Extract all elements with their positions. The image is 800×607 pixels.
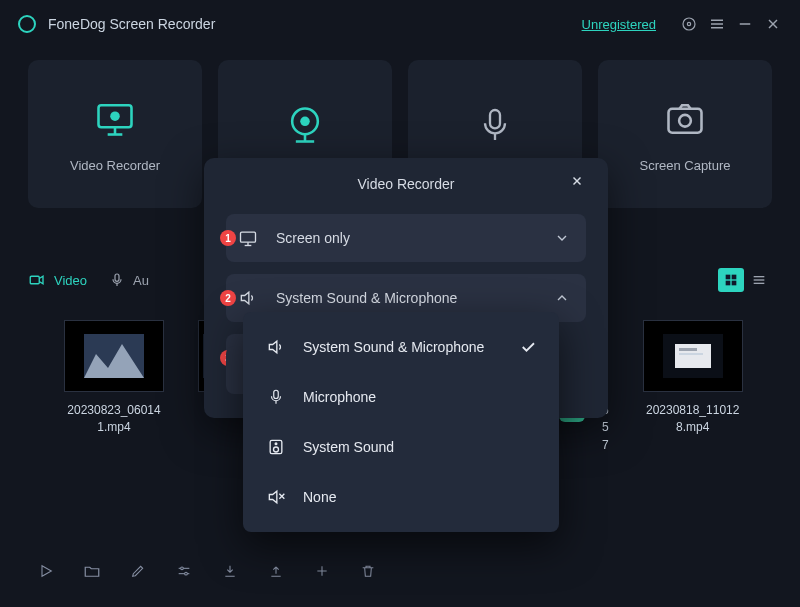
svg-rect-24 <box>732 281 737 286</box>
tab-video[interactable]: Video <box>28 271 87 289</box>
app-logo-icon <box>18 15 36 33</box>
thumbnail <box>643 320 743 392</box>
row-screen-source[interactable]: 1 Screen only <box>226 214 586 262</box>
svg-rect-19 <box>115 274 119 281</box>
svg-rect-23 <box>726 281 731 286</box>
close-icon[interactable] <box>764 15 782 33</box>
monitor-icon <box>236 226 260 250</box>
svg-rect-42 <box>241 232 256 242</box>
svg-rect-14 <box>490 110 500 128</box>
check-icon <box>519 338 537 356</box>
microphone-icon <box>475 105 515 145</box>
tab-audio[interactable]: Au <box>109 272 149 288</box>
svg-rect-16 <box>669 108 702 132</box>
mute-icon <box>265 487 287 507</box>
grid-view-icon[interactable] <box>718 268 744 292</box>
svg-point-53 <box>274 447 279 452</box>
speaker-icon <box>265 437 287 457</box>
list-view-icon[interactable] <box>746 268 772 292</box>
file-name: 20230823_060141.mp4 <box>64 402 164 437</box>
menu-icon[interactable] <box>708 15 726 33</box>
file-name: 20230818_110128.mp4 <box>643 402 743 437</box>
option-microphone[interactable]: Microphone <box>243 372 559 422</box>
svg-point-0 <box>683 18 695 30</box>
audio-source-dropdown: System Sound & Microphone Microphone Sys… <box>243 312 559 532</box>
webcam-icon <box>283 103 327 147</box>
settings-icon[interactable] <box>174 561 194 581</box>
option-label: Microphone <box>303 389 537 405</box>
tile-screen-capture[interactable]: Screen Capture <box>598 60 772 208</box>
title-bar: FoneDog Screen Recorder Unregistered <box>0 0 800 48</box>
svg-point-13 <box>300 117 310 127</box>
step-badge: 2 <box>220 290 236 306</box>
option-label: System Sound & Microphone <box>303 339 503 355</box>
svg-point-1 <box>687 22 690 25</box>
svg-rect-33 <box>679 348 697 351</box>
tile-video-recorder[interactable]: Video Recorder <box>28 60 202 208</box>
option-label: None <box>303 489 537 505</box>
tile-label: Screen Capture <box>639 158 730 173</box>
option-none[interactable]: None <box>243 472 559 522</box>
option-label: System Sound <box>303 439 537 455</box>
svg-point-11 <box>110 111 120 121</box>
tile-label: Video Recorder <box>70 158 160 173</box>
svg-point-39 <box>185 572 188 575</box>
chevron-down-icon <box>554 230 570 246</box>
row-label: Screen only <box>276 230 554 246</box>
minimize-icon[interactable] <box>736 15 754 33</box>
camera-video-icon <box>28 271 46 289</box>
svg-point-38 <box>181 567 184 570</box>
edit-icon[interactable] <box>128 561 148 581</box>
download-icon[interactable] <box>220 561 240 581</box>
list-item[interactable]: 20230818_110128.mp4 <box>643 320 743 454</box>
trash-icon[interactable] <box>358 561 378 581</box>
svg-rect-22 <box>732 275 737 280</box>
convert-icon[interactable] <box>312 561 332 581</box>
svg-point-54 <box>275 443 277 445</box>
settings-gear-icon[interactable] <box>680 15 698 33</box>
row-label: System Sound & Microphone <box>276 290 554 306</box>
svg-rect-18 <box>30 276 39 284</box>
close-icon[interactable] <box>570 174 588 192</box>
svg-point-17 <box>679 114 691 126</box>
svg-rect-32 <box>675 344 711 368</box>
microphone-icon <box>109 272 125 288</box>
svg-rect-34 <box>679 353 703 355</box>
folder-icon[interactable] <box>82 561 102 581</box>
chevron-up-icon <box>554 290 570 306</box>
thumbnail <box>64 320 164 392</box>
share-icon[interactable] <box>266 561 286 581</box>
bottom-toolbar <box>36 561 378 581</box>
svg-marker-35 <box>42 566 51 577</box>
step-badge: 1 <box>220 230 236 246</box>
audio-icon <box>265 337 287 357</box>
audio-icon <box>236 286 260 310</box>
microphone-icon <box>265 388 287 406</box>
svg-rect-50 <box>274 390 279 398</box>
svg-rect-21 <box>726 275 731 280</box>
play-icon[interactable] <box>36 561 56 581</box>
option-system-and-mic[interactable]: System Sound & Microphone <box>243 322 559 372</box>
option-system-sound[interactable]: System Sound <box>243 422 559 472</box>
register-link[interactable]: Unregistered <box>582 17 656 32</box>
monitor-icon <box>93 96 137 140</box>
tab-label: Au <box>133 273 149 288</box>
app-title: FoneDog Screen Recorder <box>48 16 582 32</box>
view-toggle <box>718 268 772 292</box>
camera-icon <box>663 96 707 140</box>
list-item[interactable]: 20230823_060141.mp4 <box>64 320 164 454</box>
modal-title: Video Recorder <box>226 176 586 192</box>
tab-label: Video <box>54 273 87 288</box>
